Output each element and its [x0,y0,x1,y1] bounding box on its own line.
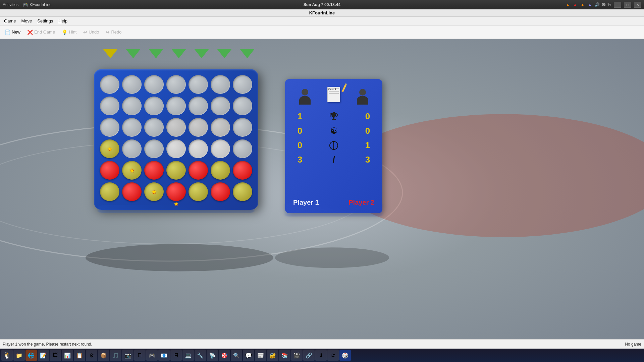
cell-0-2[interactable] [144,75,164,94]
taskbar-app2[interactable]: 📁 [13,350,25,361]
taskbar-app23[interactable]: 🔐 [267,350,278,361]
drop-arrow-5[interactable] [190,49,213,58]
arrow-triangle-3[interactable] [149,49,163,58]
taskbar-app8[interactable]: ⚙ [86,350,97,361]
taskbar-app11[interactable]: 📷 [122,350,133,361]
cell-2-1[interactable] [122,118,142,137]
arrow-triangle-2[interactable] [126,49,141,58]
taskbar-app18[interactable]: 📡 [207,350,218,361]
app-menu-label[interactable]: 🎮 KFourInLine [22,2,51,7]
cell-1-0[interactable] [100,97,119,115]
cell-1-2[interactable] [144,97,164,115]
close-button[interactable]: ✕ [634,2,641,8]
cell-0-3[interactable] [166,75,186,94]
cell-2-4[interactable] [189,118,208,137]
cell-0-5[interactable] [211,75,230,94]
cell-2-2[interactable] [144,118,164,137]
taskbar-app14[interactable]: 📧 [158,350,170,361]
restore-button[interactable]: □ [624,2,631,8]
arrow-triangle-4[interactable] [171,49,186,58]
cell-3-3[interactable] [166,139,186,158]
undo-button[interactable]: ↩ Undo [80,27,102,38]
cell-3-6[interactable] [233,139,252,158]
taskbar-app17[interactable]: 🔧 [195,350,206,361]
cell-5-3[interactable] [166,182,186,201]
arrow-triangle-1[interactable] [103,49,118,58]
drop-arrow-4[interactable] [167,49,190,58]
cell-4-0[interactable] [100,161,119,180]
drop-arrow-7[interactable] [236,49,259,58]
arrow-triangle-7[interactable] [240,49,255,58]
cell-4-3[interactable] [166,161,186,180]
minimize-button[interactable]: − [614,2,621,8]
taskbar-app7[interactable]: 📋 [74,350,85,361]
battery-label: 85 % [602,2,611,7]
cell-4-2[interactable] [144,161,164,180]
cell-1-5[interactable] [211,97,230,115]
cell-4-5[interactable] [211,161,230,180]
taskbar-app24[interactable]: 📚 [279,350,290,361]
menu-help[interactable]: Help [56,17,70,25]
taskbar-app6[interactable]: 📊 [62,350,73,361]
cell-5-0[interactable] [100,182,119,201]
cell-5-4[interactable] [189,182,208,201]
arrow-triangle-6[interactable] [217,49,232,58]
taskbar-app21[interactable]: 💬 [243,350,254,361]
taskbar-app5[interactable]: 🖼 [50,350,61,361]
drop-arrow-2[interactable] [122,49,145,58]
menu-move[interactable]: Move [18,17,35,25]
taskbar-app25[interactable]: 🎬 [291,350,303,361]
taskbar-app22[interactable]: 📰 [255,350,266,361]
activities-label[interactable]: Activities [3,2,18,7]
cell-2-6[interactable] [233,118,252,137]
redo-button[interactable]: ↪ Redo [103,27,124,38]
cell-3-0[interactable] [100,139,119,158]
cell-5-1[interactable] [122,182,142,201]
cell-2-0[interactable] [100,118,119,137]
cell-5-2[interactable] [144,182,164,201]
cell-4-6[interactable] [233,161,252,180]
cell-2-3[interactable] [166,118,186,137]
cell-3-5[interactable] [211,139,230,158]
taskbar-app20[interactable]: 🔍 [231,350,242,361]
end-game-button[interactable]: ❌ End Game [24,27,58,38]
cell-4-4[interactable] [189,161,208,180]
cell-2-5[interactable] [211,118,230,137]
taskbar-app9[interactable]: 📦 [98,350,109,361]
cell-0-0[interactable] [100,75,119,94]
cell-1-6[interactable] [233,97,252,115]
taskbar-app3[interactable]: 🌐 [25,350,37,361]
cell-5-5[interactable] [211,182,230,201]
drop-arrow-6[interactable] [213,49,236,58]
taskbar-app12[interactable]: 🗒 [134,350,146,361]
cell-3-4[interactable] [189,139,208,158]
taskbar-app27[interactable]: ⬇ [315,350,327,361]
cell-1-4[interactable] [189,97,208,115]
drop-arrow-3[interactable] [145,49,167,58]
cell-3-1[interactable] [122,139,142,158]
menu-game[interactable]: Game [1,17,18,25]
cell-0-6[interactable] [233,75,252,94]
cell-0-4[interactable] [189,75,208,94]
menu-settings[interactable]: Settings [35,17,56,25]
taskbar-app19[interactable]: 🎯 [219,350,230,361]
new-button[interactable]: 📄 New [2,27,23,38]
hint-button[interactable]: 💡 Hint [59,27,79,38]
cell-3-2[interactable] [144,139,164,158]
taskbar-app10[interactable]: 🎵 [110,350,121,361]
cell-1-1[interactable] [122,97,142,115]
arrow-triangle-5[interactable] [194,49,209,58]
taskbar-app15[interactable]: 🖥 [170,350,182,361]
taskbar-app28[interactable]: 🗂 [327,350,339,361]
cell-4-1[interactable] [122,161,142,180]
cell-0-1[interactable] [122,75,142,94]
taskbar-app16[interactable]: 💻 [182,350,194,361]
taskbar-app13[interactable]: 🎮 [146,350,158,361]
taskbar-app4[interactable]: 📝 [38,350,49,361]
cell-5-6[interactable] [233,182,252,201]
taskbar-kfourinline[interactable]: 🎲 [339,350,351,361]
taskbar-app26[interactable]: 🔗 [303,350,315,361]
drop-arrow-1[interactable] [99,49,122,58]
cell-1-3[interactable] [166,97,186,115]
taskbar-app1[interactable]: 🐧 [1,350,13,361]
